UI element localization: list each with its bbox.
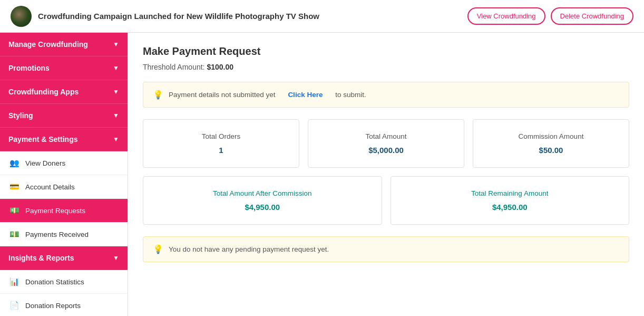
sidebar-item-label: Styling — [8, 111, 33, 120]
stats-grid-bottom: Total Amount After Commission $4,950.00 … — [143, 176, 629, 225]
sidebar-item-label: Promotions — [8, 64, 50, 72]
view-crowdfunding-button[interactable]: View Crowdfunding — [467, 7, 545, 25]
sidebar-item-payment-settings[interactable]: Payment & Settings ▼ — [0, 128, 128, 151]
sidebar-item-label: Manage Crowdfunding — [8, 40, 88, 49]
stat-value: $4,950.00 — [402, 203, 619, 212]
threshold-value: $100.00 — [207, 63, 233, 71]
no-pending-alert: 💡 You do not have any pending payment re… — [143, 236, 629, 262]
money-icon: 💵 — [8, 205, 20, 216]
payment-details-alert: 💡 Payment details not submitted yet Clic… — [143, 82, 629, 108]
sidebar-item-label: Insights & Reports — [8, 254, 74, 262]
sidebar-sub-label: Payment Requests — [25, 207, 85, 215]
chevron-down-icon: ▼ — [113, 112, 119, 119]
stat-value: 1 — [154, 146, 288, 155]
header-buttons: View Crowdfunding Delete Crowdfunding — [467, 7, 633, 25]
sidebar-item-styling[interactable]: Styling ▼ — [0, 104, 128, 128]
threshold-text: Threshold Amount: $100.00 — [143, 63, 629, 71]
delete-crowdfunding-button[interactable]: Delete Crowdfunding — [551, 7, 633, 25]
sidebar-item-account-details[interactable]: 💳 Account Details — [0, 175, 128, 199]
main-content: Make Payment Request Threshold Amount: $… — [128, 33, 644, 316]
stat-card-total-orders: Total Orders 1 — [143, 119, 299, 168]
header-left: Crowdfunding Campaign Launched for New W… — [11, 6, 319, 27]
sidebar-sub-label: Donation Reports — [25, 302, 81, 310]
alert-text-after: to submit. — [335, 91, 366, 99]
stat-label: Commission Amount — [484, 132, 618, 140]
chevron-down-icon: ▼ — [113, 88, 119, 95]
sidebar-item-insights[interactable]: Insights & Reports ▼ — [0, 246, 128, 270]
sidebar-item-payment-requests[interactable]: 💵 Payment Requests — [0, 199, 128, 223]
threshold-label: Threshold Amount: — [143, 63, 205, 71]
stat-label: Total Orders — [154, 132, 288, 140]
sidebar-sub-label: Payments Received — [25, 231, 89, 238]
chart-icon: 📊 — [8, 276, 20, 288]
info-icon: 💡 — [153, 244, 163, 254]
stat-value: $50.00 — [484, 146, 618, 155]
sidebar: Manage Crowdfunding ▼ Promotions ▼ Crowd… — [0, 33, 128, 316]
alert-text-before: Payment details not submitted yet — [169, 91, 276, 99]
card-icon: 💳 — [8, 181, 20, 193]
page-title: Make Payment Request — [143, 45, 629, 58]
chevron-down-icon: ▼ — [113, 136, 119, 143]
stat-value: $5,000.00 — [319, 146, 453, 155]
chevron-down-icon: ▼ — [113, 254, 119, 262]
stat-label: Total Amount — [319, 132, 453, 140]
header-title: Crowdfunding Campaign Launched for New W… — [38, 12, 319, 21]
layout: Manage Crowdfunding ▼ Promotions ▼ Crowd… — [0, 33, 644, 316]
stat-label: Total Remaining Amount — [402, 189, 619, 197]
sidebar-sub-label: Donation Statistics — [25, 278, 84, 286]
users-icon: 👥 — [8, 157, 20, 169]
stat-card-total-amount: Total Amount $5,000.00 — [308, 119, 464, 168]
sidebar-item-apps[interactable]: Crowdfunding Apps ▼ — [0, 80, 128, 104]
sidebar-sub-label: Account Details — [25, 183, 75, 191]
sidebar-item-label: Crowdfunding Apps — [8, 88, 79, 96]
sidebar-item-label: Payment & Settings — [8, 135, 77, 143]
sidebar-item-manage[interactable]: Manage Crowdfunding ▼ — [0, 33, 128, 56]
sidebar-item-view-doners[interactable]: 👥 View Doners — [0, 151, 128, 175]
stat-value: $4,950.00 — [154, 203, 371, 212]
header: Crowdfunding Campaign Launched for New W… — [0, 0, 644, 33]
stat-label: Total Amount After Commission — [154, 189, 371, 197]
chevron-down-icon: ▼ — [113, 41, 119, 48]
stat-card-commission: Commission Amount $50.00 — [473, 119, 629, 168]
sidebar-item-donation-reports[interactable]: 📄 Donation Reports — [0, 294, 128, 316]
stats-grid-top: Total Orders 1 Total Amount $5,000.00 Co… — [143, 119, 629, 168]
sidebar-sub-label: View Doners — [25, 159, 65, 167]
money-received-icon: 💵 — [8, 228, 20, 240]
click-here-link[interactable]: Click Here — [288, 91, 323, 99]
sidebar-item-promotions[interactable]: Promotions ▼ — [0, 56, 128, 80]
avatar — [11, 6, 32, 27]
alert-info-text: You do not have any pending payment requ… — [169, 245, 329, 253]
stat-card-remaining: Total Remaining Amount $4,950.00 — [391, 176, 630, 225]
sidebar-item-payments-received[interactable]: 💵 Payments Received — [0, 223, 128, 246]
sidebar-item-donation-statistics[interactable]: 📊 Donation Statistics — [0, 270, 128, 294]
stat-card-after-commission: Total Amount After Commission $4,950.00 — [143, 176, 382, 225]
document-icon: 📄 — [8, 300, 20, 311]
warning-icon: 💡 — [153, 90, 163, 100]
chevron-down-icon: ▼ — [113, 64, 119, 72]
